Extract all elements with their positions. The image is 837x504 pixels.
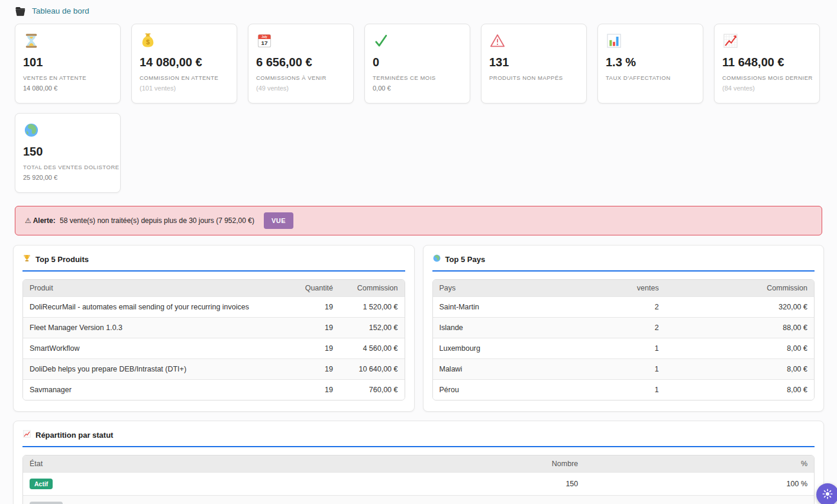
kpi-card-commissions-a-venir: July17 6 656,00 € COMMISSIONS À VENIR (4… xyxy=(248,24,354,104)
status-distribution-panel: Répartition par statut État Nombre % Act… xyxy=(13,421,824,504)
col-header-pct: % xyxy=(584,455,814,472)
quantity-cell: 19 xyxy=(290,338,340,358)
table-row: Actif 150 100 % xyxy=(23,472,814,495)
kpi-value: 11 648,00 € xyxy=(722,55,812,70)
breadcrumb-link-dashboard[interactable]: Tableau de bord xyxy=(32,7,89,15)
quantity-cell: 19 xyxy=(290,379,340,400)
commission-cell: 8,00 € xyxy=(665,338,814,358)
breadcrumb: Tableau de bord xyxy=(0,0,837,17)
table-row: Pérou 1 8,00 € xyxy=(433,379,815,400)
table-row: Islande 2 88,00 € xyxy=(433,317,815,338)
alert-banner: ⚠ Alerte: 58 vente(s) non traitée(s) dep… xyxy=(15,206,822,235)
commission-cell: 4 560,00 € xyxy=(340,338,405,358)
kpi-sub: (101 ventes) xyxy=(140,85,229,92)
status-cell: Terminé xyxy=(23,495,419,504)
status-distribution-table: État Nombre % Actif 150 100 % Terminé 0 … xyxy=(23,455,814,504)
product-name-cell: DoliRecurMail - automates email sending … xyxy=(23,296,290,317)
kpi-card-commissions-mois-dernier: 11 648,00 € COMMISSIONS MOIS DERNIER (84… xyxy=(714,24,820,104)
kpi-card-commission-en-attente: $ 14 080,00 € COMMISSION EN ATTENTE (101… xyxy=(131,24,237,104)
globe-icon xyxy=(23,122,112,140)
sun-icon xyxy=(822,488,833,502)
table-header-row: Pays ventes Commission xyxy=(433,280,815,296)
commission-cell: 152,00 € xyxy=(340,317,405,338)
top-products-header: Top 5 Produits xyxy=(22,254,405,272)
commission-cell: 8,00 € xyxy=(665,358,814,379)
table-row: SmartWorkflow 19 4 560,00 € xyxy=(23,338,405,358)
chart-up-icon xyxy=(22,429,31,441)
top5-panels-row: Top 5 Produits Produit Quantité Commissi… xyxy=(0,245,837,412)
table-header-row: Produit Quantité Commission xyxy=(23,280,405,296)
table-row: Savmanager 19 760,00 € xyxy=(23,379,405,400)
commission-cell: 320,00 € xyxy=(665,296,814,317)
kpi-value: 14 080,00 € xyxy=(140,55,229,70)
alert-view-button[interactable]: VUE xyxy=(264,212,293,229)
money-bag-icon: $ xyxy=(140,33,229,50)
status-badge: Terminé xyxy=(30,502,63,504)
kpi-card-taux-affectation: 1.3 % TAUX D'AFFECTATION xyxy=(597,24,703,104)
kpi-value: 150 xyxy=(23,144,112,159)
kpi-sub: (49 ventes) xyxy=(256,85,345,92)
warning-glyph-icon: ⚠ xyxy=(25,217,31,225)
calendar-icon: July17 xyxy=(256,33,345,50)
folder-icon xyxy=(15,6,27,17)
globe-icon xyxy=(432,254,441,265)
kpi-label: COMMISSIONS MOIS DERNIER xyxy=(722,75,812,81)
kpi-value: 131 xyxy=(489,55,579,70)
status-cell: Actif xyxy=(23,472,419,495)
status-badge: Actif xyxy=(30,479,53,489)
top-products-panel: Top 5 Produits Produit Quantité Commissi… xyxy=(13,245,415,412)
kpi-sub: 14 080,00 € xyxy=(23,85,112,92)
product-name-cell: DoliDeb helps you prepare DEB/Intrastat … xyxy=(23,358,290,379)
count-cell: 150 xyxy=(419,472,585,495)
sales-count-cell: 2 xyxy=(585,296,665,317)
svg-text:17: 17 xyxy=(261,40,268,46)
chart-up-icon xyxy=(722,33,812,50)
panel-title: Top 5 Pays xyxy=(445,255,486,264)
kpi-card-ventes-en-attente: 101 VENTES EN ATTENTE 14 080,00 € xyxy=(15,24,121,104)
country-name-cell: Islande xyxy=(433,317,586,338)
table-row: Fleet Manager Version 1.0.3 19 152,00 € xyxy=(23,317,405,338)
kpi-label: PRODUITS NON MAPPÉS xyxy=(489,75,579,81)
sales-count-cell: 1 xyxy=(585,358,665,379)
count-cell: 0 xyxy=(419,495,585,504)
col-header-etat: État xyxy=(23,455,419,472)
kpi-label: TAUX D'AFFECTATION xyxy=(606,75,695,81)
sales-count-cell: 1 xyxy=(585,338,665,358)
commission-cell: 8,00 € xyxy=(665,379,814,400)
kpi-label: TERMINÉES CE MOIS xyxy=(373,75,462,81)
quantity-cell: 19 xyxy=(290,296,340,317)
trophy-icon xyxy=(22,254,31,265)
sales-count-cell: 2 xyxy=(585,317,665,338)
table-row: Terminé 0 0 % xyxy=(23,495,814,504)
kpi-card-produits-non-mappes: 131 PRODUITS NON MAPPÉS xyxy=(481,24,587,104)
kpi-card-terminees-ce-mois: 0 TERMINÉES CE MOIS 0,00 € xyxy=(364,24,470,104)
top-countries-table: Pays ventes Commission Saint-Martin 2 32… xyxy=(433,280,815,400)
col-header-commission: Commission xyxy=(665,280,814,296)
country-name-cell: Pérou xyxy=(433,379,586,400)
kpi-label: COMMISSIONS À VENIR xyxy=(256,75,345,81)
kpi-card-total-ventes-dolistore: 150 TOTAL DES VENTES DOLISTORE 25 920,00… xyxy=(15,113,121,193)
bar-chart-icon xyxy=(606,33,695,50)
alert-prefix: Alerte: xyxy=(33,217,56,225)
percent-cell: 0 % xyxy=(584,495,814,504)
product-name-cell: Savmanager xyxy=(23,379,290,400)
table-row: Luxembourg 1 8,00 € xyxy=(433,338,815,358)
panel-title: Répartition par statut xyxy=(35,431,113,440)
sales-count-cell: 1 xyxy=(585,379,665,400)
commission-cell: 10 640,00 € xyxy=(340,358,405,379)
theme-toggle-fab[interactable] xyxy=(816,483,837,504)
kpi-value: 1.3 % xyxy=(606,55,695,70)
kpi-value: 0 xyxy=(373,55,462,70)
quantity-cell: 19 xyxy=(290,358,340,379)
table-row: DoliDeb helps you prepare DEB/Intrastat … xyxy=(23,358,405,379)
status-distribution-header: Répartition par statut xyxy=(22,429,815,447)
top-countries-header: Top 5 Pays xyxy=(432,254,815,272)
svg-text:$: $ xyxy=(146,38,150,46)
warning-icon xyxy=(489,33,579,50)
kpi-label: TOTAL DES VENTES DOLISTORE xyxy=(23,164,112,170)
top-products-table: Produit Quantité Commission DoliRecurMai… xyxy=(23,280,405,400)
country-name-cell: Luxembourg xyxy=(433,338,586,358)
col-header-nombre: Nombre xyxy=(419,455,585,472)
product-name-cell: Fleet Manager Version 1.0.3 xyxy=(23,317,290,338)
commission-cell: 88,00 € xyxy=(665,317,814,338)
